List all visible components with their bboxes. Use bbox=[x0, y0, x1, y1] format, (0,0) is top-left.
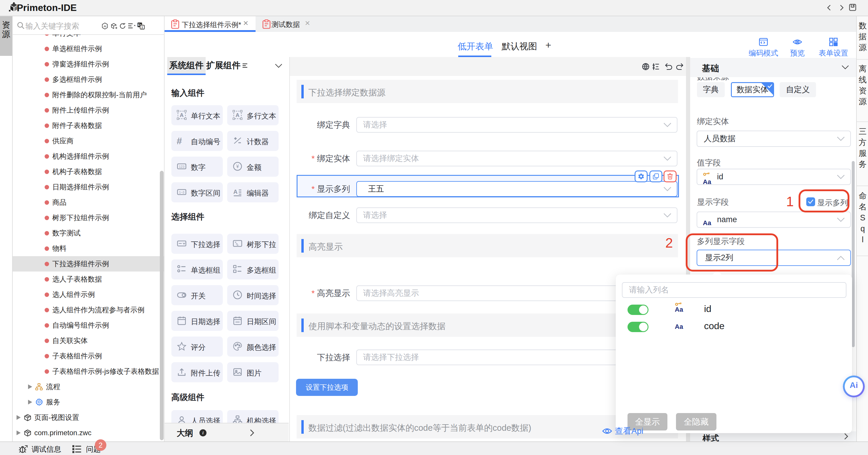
svg-text:A: A bbox=[236, 112, 239, 118]
svg-text:i: i bbox=[203, 430, 204, 435]
svg-text:A: A bbox=[180, 112, 183, 118]
svg-text:文: 文 bbox=[141, 26, 144, 29]
svg-text:1~3: 1~3 bbox=[179, 190, 184, 194]
svg-text:¥: ¥ bbox=[236, 164, 239, 169]
svg-text:123: 123 bbox=[179, 165, 185, 169]
svg-text:AI: AI bbox=[104, 25, 106, 28]
svg-text:A: A bbox=[234, 188, 238, 195]
